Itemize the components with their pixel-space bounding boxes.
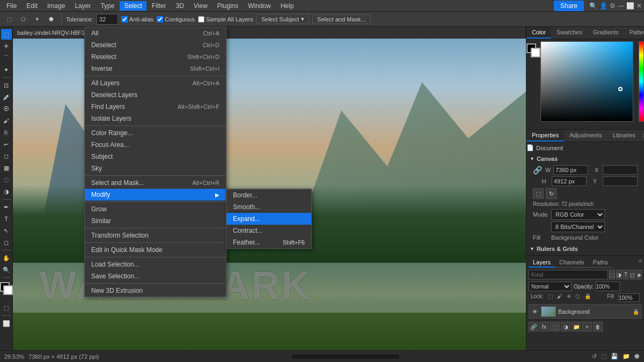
select-mask-button[interactable]: Select and Mask... [312, 14, 371, 24]
add-adjustment-btn[interactable]: ◑ [561, 322, 570, 331]
layers-menu-icon[interactable]: ≡ [639, 258, 642, 268]
tab-libraries[interactable]: Libraries [608, 130, 641, 142]
status-icon-3[interactable]: 💾 [611, 353, 618, 360]
tool-brush[interactable]: 🖌 [1, 115, 12, 126]
tool-select-3[interactable]: ✦ [31, 13, 43, 25]
blend-mode-dropdown[interactable]: Normal [529, 282, 572, 291]
layers-filter-smart[interactable]: ◈ [636, 270, 642, 279]
tool-stamp[interactable]: ⎘ [1, 127, 12, 138]
tool-select-1[interactable]: ⬚ [3, 13, 15, 25]
menu-find-layers[interactable]: Find LayersAlt+Shift+Ctrl+F [85, 101, 226, 113]
menu-help[interactable]: Help [276, 1, 298, 11]
sample-all-layers-option[interactable]: Sample All Layers [198, 16, 253, 23]
menu-load-selection[interactable]: Load Selection... [85, 258, 226, 270]
tool-hand[interactable]: ✋ [1, 253, 12, 263]
submenu-smooth[interactable]: Smooth... [226, 201, 311, 213]
tool-lasso[interactable]: ⌒ [1, 53, 12, 63]
tab-swatches[interactable]: Swatches [551, 27, 588, 39]
canvas-y-input[interactable] [603, 176, 638, 186]
tool-move[interactable]: ✛ [1, 41, 12, 51]
menu-deselect[interactable]: DeselectCtrl+D [85, 39, 226, 51]
tab-properties[interactable]: Properties [526, 130, 564, 142]
tool-magic-wand[interactable]: ✦ [1, 64, 12, 75]
mode-dropdown[interactable]: RGB Color [551, 209, 605, 220]
anti-alias-option[interactable]: Anti-alias [121, 16, 153, 23]
chain-lock-icon[interactable]: 🔗 [533, 166, 542, 174]
menu-edit[interactable]: Edit [22, 1, 42, 11]
opacity-input[interactable] [596, 282, 620, 291]
menu-filter[interactable]: Filter [148, 1, 171, 11]
tab-paths[interactable]: Paths [589, 258, 612, 268]
canvas-width-input[interactable] [553, 165, 588, 175]
menu-isolate-layers[interactable]: Isolate Layers [85, 113, 226, 124]
bg-color-swatch[interactable] [531, 48, 540, 57]
close-icon[interactable]: ✕ [636, 2, 642, 10]
minimize-icon[interactable]: — [618, 2, 624, 10]
menu-window[interactable]: Window [244, 1, 275, 11]
tool-quick-mask[interactable]: ⬚ [1, 302, 12, 313]
menu-similar[interactable]: Similar [85, 215, 226, 227]
tool-history-brush[interactable]: ↩ [1, 139, 12, 150]
rulers-grids-header[interactable]: ▼ Rulers & Grids [526, 245, 644, 253]
lock-paint-icon[interactable]: 🖌 [557, 293, 562, 302]
menu-subject[interactable]: Subject [85, 151, 226, 162]
tool-gradient[interactable]: ▦ [1, 162, 12, 173]
tab-channels[interactable]: Channels [555, 258, 588, 268]
layer-background[interactable]: 👁 Background 🔒 [529, 304, 642, 319]
tool-shape[interactable]: ◻ [1, 237, 12, 248]
canvas-rotate-icon[interactable]: ↻ [546, 188, 557, 199]
menu-3d[interactable]: 3D [171, 1, 188, 11]
tab-layers[interactable]: Layers [529, 258, 555, 268]
tool-path-select[interactable]: ↖ [1, 225, 12, 236]
add-style-btn[interactable]: fx [539, 322, 549, 331]
menu-deselect-layers[interactable]: Deselect Layers [85, 89, 226, 101]
menu-quick-mask[interactable]: Edit in Quick Mask Mode [85, 244, 226, 256]
layer-visibility-icon[interactable]: 👁 [531, 308, 539, 315]
layers-filter-pixel[interactable]: ⬚ [609, 270, 615, 279]
layers-filter-shape[interactable]: ◻ [630, 270, 635, 279]
user-icon[interactable]: 👤 [599, 2, 608, 10]
menu-plugins[interactable]: Plugins [213, 1, 243, 11]
menu-type[interactable]: Type [96, 1, 119, 11]
tool-spot-heal[interactable]: ⦿ [1, 104, 12, 114]
tolerance-input[interactable] [97, 14, 118, 25]
tool-type[interactable]: T [1, 213, 12, 224]
color-spectrum[interactable] [540, 41, 633, 122]
link-layers-btn[interactable]: 🔗 [529, 322, 538, 331]
canvas-section-header[interactable]: ▼ Canvas [526, 154, 644, 163]
select-subject-button[interactable]: Select Subject ▾ [257, 14, 309, 24]
status-icon-4[interactable]: 📁 [623, 353, 630, 360]
menu-focus-area[interactable]: Focus Area... [85, 139, 226, 151]
menu-3d-extrusion[interactable]: New 3D Extrusion [85, 285, 226, 297]
menu-save-selection[interactable]: Save Selection... [85, 270, 226, 282]
sample-all-layers-checkbox[interactable] [198, 16, 204, 23]
lock-artboard-icon[interactable]: ⬡ [575, 293, 580, 302]
add-layer-btn[interactable]: + [582, 322, 592, 331]
share-button[interactable]: Share [554, 1, 584, 11]
contiguous-option[interactable]: Contiguous [157, 16, 195, 23]
menu-reselect[interactable]: ReselectShift+Ctrl+D [85, 51, 226, 63]
anti-alias-checkbox[interactable] [121, 16, 128, 23]
menu-all[interactable]: AllCtrl+A [85, 27, 226, 39]
search-icon[interactable]: 🔍 [589, 2, 597, 10]
tool-screen-mode[interactable]: ⬜ [1, 318, 12, 329]
menu-view[interactable]: View [189, 1, 212, 11]
contiguous-checkbox[interactable] [157, 16, 163, 23]
fill-input[interactable] [618, 293, 640, 302]
submenu-contract[interactable]: Contract... [226, 225, 311, 237]
lock-all-icon[interactable]: 🔒 [584, 293, 591, 302]
menu-select[interactable]: Select [120, 1, 146, 11]
tool-crop[interactable]: ⊡ [1, 80, 12, 91]
menu-grow[interactable]: Grow [85, 203, 226, 215]
hue-slider[interactable] [639, 41, 644, 122]
submenu-expand[interactable]: Expand... [226, 213, 311, 225]
menu-all-layers[interactable]: All LayersAlt+Ctrl+A [85, 77, 226, 89]
tab-gradients[interactable]: Gradients [588, 27, 624, 39]
tool-marquee[interactable]: ⬚ [1, 29, 12, 40]
menu-color-range[interactable]: Color Range... [85, 127, 226, 139]
tab-color[interactable]: Color [526, 27, 551, 39]
status-icon-2[interactable]: ⬚ [601, 353, 606, 360]
tool-zoom[interactable]: 🔍 [1, 264, 12, 275]
menu-layer[interactable]: Layer [70, 1, 95, 11]
add-mask-btn[interactable]: ⬚ [550, 322, 560, 331]
